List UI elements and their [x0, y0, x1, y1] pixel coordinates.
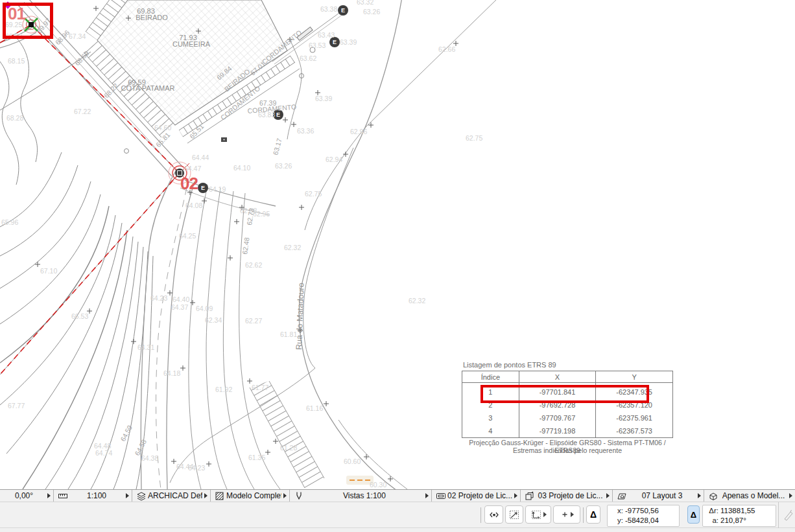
utility-e-icon: E [341, 7, 345, 14]
ele-label: 64.37 [171, 303, 188, 311]
table-cell: -62375.961 [596, 411, 673, 424]
utility-e-icon: E [201, 185, 205, 191]
col-header-x: X [519, 371, 596, 383]
chevron-right-icon[interactable] [571, 512, 574, 517]
ele-label: 67.34 [69, 32, 86, 40]
layout-icon [615, 491, 628, 501]
points-table-title: Listagem de pontos ETRS 89 [463, 361, 556, 369]
plan-label: CUMEEIRA [172, 40, 211, 48]
ele-label: 64.25 [179, 232, 196, 240]
ele-label: 61.92 [215, 386, 232, 393]
col-header-indice: Índice [462, 371, 519, 383]
model-icon [707, 491, 720, 501]
points-table: Índice X Y 1-97701.841-62347.9352-97692.… [462, 371, 673, 438]
table-cell: -97701.841 [519, 386, 596, 399]
relative-coords-button[interactable] [553, 505, 580, 524]
dr-value[interactable]: 113881,55 [720, 506, 755, 516]
ele-label: 64.23 [150, 294, 167, 302]
ele-label: 64.23 [188, 464, 205, 472]
chevron-right-icon[interactable] [126, 493, 129, 498]
chevron-right-icon[interactable] [543, 512, 547, 517]
table-cell: 1 [462, 386, 519, 399]
pen-set-value: Modelo Completo [226, 491, 281, 500]
ele-label: 66.22 [5, 32, 22, 40]
pen-set-control[interactable]: Modelo Completo [211, 490, 290, 502]
survey-drawing: E E E E [0, 0, 795, 489]
scale-control[interactable]: 1:100 [54, 490, 132, 502]
table-cell: 2 [462, 399, 519, 411]
plan-label: COTA PATAMAR [121, 84, 175, 92]
chevron-right-icon[interactable] [425, 493, 429, 498]
ele-label: 68.28 [6, 114, 23, 122]
ele-label: 64.08 [185, 202, 202, 209]
table-cell: -62347.935 [596, 386, 673, 399]
model-filter-control[interactable]: Apenas o Model... [704, 490, 795, 502]
rotation-control[interactable]: 0,00° [0, 490, 54, 502]
chevron-right-icon[interactable] [789, 493, 792, 498]
ele-label: 62.94 [326, 156, 342, 163]
grid-snap-button[interactable] [525, 505, 551, 524]
chevron-right-icon[interactable] [47, 493, 51, 498]
guide-lines-button[interactable] [484, 505, 503, 524]
ele-label: 68.15 [8, 57, 25, 65]
marker-01-label: 01 [8, 4, 25, 24]
angle-field-label: a: [706, 516, 718, 526]
snap-guide-arrow-icon [509, 510, 519, 520]
ele-label: 63.36 [297, 127, 314, 135]
ele-label: 62.27 [245, 317, 262, 325]
model-filter-value: Apenas o Model... [720, 491, 787, 500]
rot-label: 62.48 [241, 237, 251, 255]
table-cell: -97709.767 [519, 411, 596, 424]
model-view-options-control[interactable]: Vistas 1:100 [290, 490, 432, 502]
delta-relative-toggle[interactable]: Δ [687, 505, 700, 524]
ele-label: 64.60 [154, 124, 171, 132]
ele-label: 64.18 [163, 369, 180, 377]
rot-label: 62.73 [245, 207, 255, 226]
polar-coordinate-fields[interactable]: Δr: 113881,55 a: 210,87° [702, 505, 776, 527]
ele-label: 64.10 [233, 164, 250, 172]
building [84, 0, 313, 143]
ele-label: 61.16 [306, 404, 323, 412]
chevron-right-icon[interactable] [698, 493, 701, 498]
x-coordinate-value[interactable]: -97750,56 [625, 506, 659, 516]
chevron-right-icon[interactable] [204, 493, 208, 498]
drawing-canvas[interactable]: E E E E [0, 0, 795, 489]
pen-tool-icon[interactable] [783, 508, 794, 521]
ele-label: 61.77 [252, 384, 268, 391]
divider [778, 502, 779, 528]
ele-label: 64.09 [196, 305, 213, 312]
chevron-right-icon[interactable] [514, 493, 517, 498]
ele-label: 60.30 [370, 481, 386, 489]
duplicate-icon [523, 491, 536, 501]
ele-label: 64.47 [184, 165, 201, 172]
ele-label: 62.34 [205, 316, 222, 324]
ele-label: 63.26 [363, 8, 380, 16]
delta-absolute-button[interactable]: Δ [586, 505, 600, 524]
dimension-style-control[interactable]: 02 Projeto de Lic... [432, 490, 521, 502]
chevron-right-icon[interactable] [606, 493, 610, 498]
renovation-filter-control[interactable]: 03 Projeto de Lic... [521, 490, 613, 502]
angle-value[interactable]: 210,87° [720, 516, 746, 526]
layer-combination-control[interactable]: ARCHICAD Defa... [132, 490, 211, 502]
xy-coordinate-fields[interactable]: x: -97750,56 y: -58428,04 [607, 505, 680, 527]
table-cell: -97719.198 [519, 424, 596, 438]
ele-label: 61.35 [248, 454, 265, 461]
ele-label: 67.10 [40, 267, 57, 275]
rotation-value: 0,00° [3, 491, 45, 500]
ele-label: 62.32 [409, 297, 425, 305]
chevron-right-icon[interactable] [283, 493, 287, 498]
x-field-label: x: [610, 506, 623, 516]
grid-origin-icon [530, 510, 542, 520]
ele-label: 66.53 [71, 312, 88, 320]
divider [481, 507, 481, 523]
layout-value: 07 Layout 3 [628, 491, 696, 500]
ele-label: 64.44 [192, 154, 209, 161]
table-cell: 3 [462, 411, 519, 424]
snap-guides-button[interactable] [505, 505, 523, 524]
y-coordinate-value[interactable]: -58428,04 [625, 516, 659, 526]
view-arrow-icon [292, 491, 305, 501]
contour-lines [0, 38, 153, 489]
ele-label: 63.32 [357, 0, 374, 6]
layout-control[interactable]: 07 Layout 3 [613, 490, 704, 502]
rot-label: 64.59 [119, 424, 134, 443]
